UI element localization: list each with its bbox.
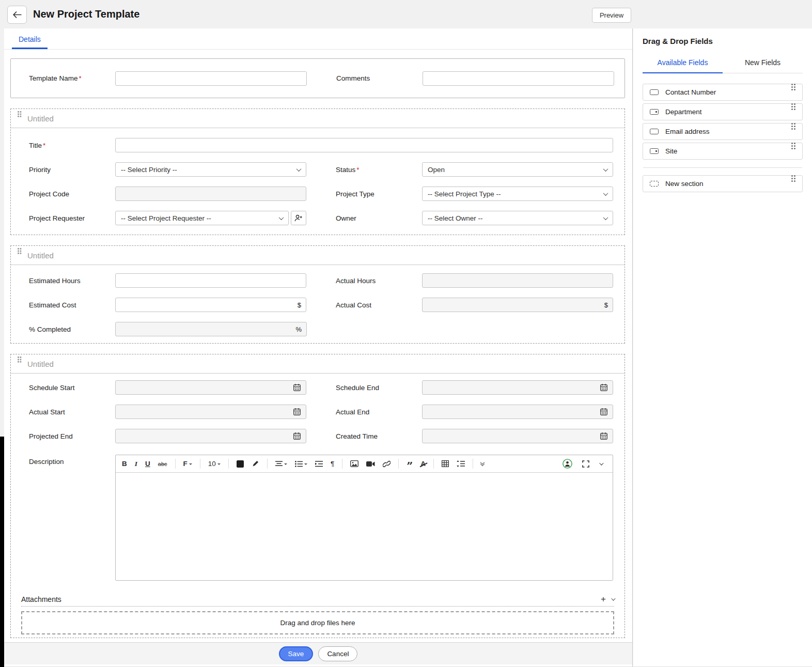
projected-end-input[interactable]: [115, 429, 306, 443]
toolbar-divider: [342, 459, 342, 469]
attachments-dropzone[interactable]: Drag and drop files here: [21, 611, 614, 634]
chevron-down-icon: [603, 191, 608, 196]
section-title: Untitled: [27, 360, 54, 368]
calendar-icon[interactable]: [600, 383, 608, 392]
status-select[interactable]: Open: [422, 162, 613, 177]
drag-handle-icon[interactable]: [791, 89, 795, 96]
preview-button[interactable]: Preview: [592, 8, 631, 23]
required-marker: *: [79, 74, 82, 82]
actual-cost-label: Actual Cost: [336, 301, 422, 309]
underline-icon[interactable]: U: [145, 460, 150, 468]
section-title: Untitled: [27, 114, 54, 123]
project-requester-select[interactable]: -- Select Project Requester --: [115, 211, 289, 225]
text-color-icon[interactable]: [237, 460, 244, 468]
toolbar-divider: [175, 459, 176, 469]
tab-details[interactable]: Details: [12, 35, 48, 49]
paragraph-icon[interactable]: ¶: [331, 460, 334, 468]
created-time-label: Created Time: [336, 432, 422, 440]
italic-icon[interactable]: I: [135, 460, 137, 468]
font-size-icon[interactable]: 10: [208, 460, 221, 468]
field-item-site[interactable]: Site: [643, 143, 803, 160]
field-item-email-address[interactable]: Email address: [643, 123, 803, 140]
field-row: Priority -- Select Priority -- Status* O…: [29, 162, 613, 177]
title-label: Title*: [29, 142, 115, 149]
calendar-icon[interactable]: [293, 408, 301, 416]
description-editor[interactable]: B I U abc F 10: [115, 455, 613, 581]
tab-bar: Details: [4, 28, 632, 50]
add-attachment-icon[interactable]: +: [601, 596, 606, 603]
field-item-contact-number[interactable]: Contact Number: [643, 84, 803, 101]
drag-handle-icon[interactable]: [791, 148, 795, 155]
calendar-icon[interactable]: [600, 432, 608, 440]
project-type-select[interactable]: -- Select Project Type --: [422, 187, 613, 201]
calendar-icon[interactable]: [293, 383, 301, 392]
drag-handle-icon[interactable]: [791, 180, 795, 188]
field-item-department[interactable]: Department: [643, 103, 803, 120]
template-name-input[interactable]: [115, 71, 307, 86]
projected-end-label: Projected End: [29, 432, 115, 440]
field-row: Project Code Project Type -- Select Proj…: [29, 187, 613, 201]
owner-select[interactable]: -- Select Owner --: [422, 211, 613, 225]
font-family-icon[interactable]: F: [183, 460, 192, 468]
back-button[interactable]: [7, 6, 27, 24]
section-title: Untitled: [27, 251, 54, 260]
highlight-pen-icon[interactable]: [252, 460, 259, 468]
bold-icon[interactable]: B: [122, 460, 127, 468]
section-drag-handle-icon[interactable]: [18, 252, 22, 258]
comments-input[interactable]: [423, 71, 614, 86]
field-row: Actual Start Actual End: [29, 405, 613, 419]
sidebar-title: Drag & Drop Fields: [643, 37, 803, 45]
field-row: Estimated Hours Actual Hours: [29, 273, 613, 288]
calendar-icon[interactable]: [293, 432, 301, 440]
save-button[interactable]: Save: [279, 646, 314, 661]
schedule-start-label: Schedule Start: [29, 384, 115, 392]
collapse-toolbar-icon[interactable]: [599, 461, 603, 465]
actual-end-input[interactable]: [422, 405, 613, 419]
indent-icon[interactable]: [315, 461, 323, 467]
toolbar-divider: [200, 459, 200, 469]
section-drag-handle-icon[interactable]: [18, 115, 22, 121]
blockquote-icon[interactable]: ”: [407, 459, 413, 469]
toolbar-divider: [267, 459, 268, 469]
align-icon[interactable]: [275, 461, 287, 467]
drag-handle-icon[interactable]: [791, 128, 795, 135]
insert-table-icon[interactable]: [442, 460, 449, 467]
clear-format-icon[interactable]: A: [420, 460, 426, 468]
more-tools-icon[interactable]: [481, 462, 484, 466]
actual-start-input[interactable]: [115, 405, 306, 419]
field-item-new-section[interactable]: New section: [643, 175, 803, 192]
editor-right-tools: [563, 459, 606, 469]
created-time-input[interactable]: [422, 429, 613, 443]
mention-user-icon[interactable]: [563, 459, 572, 469]
pick-list-field-icon: [650, 109, 659, 115]
priority-select[interactable]: -- Select Priority --: [115, 162, 306, 177]
actual-end-label: Actual End: [336, 408, 422, 416]
section-untitled-2: Untitled Estimated Hours Actual Hours Es…: [10, 245, 625, 344]
tab-new-fields[interactable]: New Fields: [723, 58, 803, 73]
drag-handle-icon[interactable]: [791, 108, 795, 116]
chevron-down-icon[interactable]: [611, 596, 615, 600]
section-drag-handle-icon[interactable]: [18, 361, 22, 367]
section-field-icon: [650, 181, 659, 187]
estimated-hours-input[interactable]: [115, 273, 306, 288]
schedule-end-input[interactable]: [422, 380, 613, 395]
insert-link-icon[interactable]: [383, 460, 391, 468]
main-panel: Details Template Name* Comments Untitled…: [4, 28, 633, 667]
fullscreen-icon[interactable]: [582, 460, 589, 468]
section-header: Untitled: [11, 354, 624, 374]
cancel-button[interactable]: Cancel: [318, 646, 357, 661]
title-input[interactable]: [115, 138, 613, 152]
add-requester-button[interactable]: [291, 211, 306, 225]
line-height-icon[interactable]: [457, 460, 465, 467]
schedule-start-input[interactable]: [115, 380, 306, 395]
description-textarea[interactable]: [116, 473, 613, 580]
strikethrough-icon[interactable]: abc: [158, 461, 167, 467]
insert-video-icon[interactable]: [366, 461, 375, 467]
field-row: % Completed %: [29, 322, 613, 336]
calendar-icon[interactable]: [600, 408, 608, 416]
list-icon[interactable]: [295, 461, 307, 467]
template-info-block: Template Name* Comments: [10, 58, 625, 98]
estimated-cost-input[interactable]: $: [115, 298, 306, 312]
insert-image-icon[interactable]: [350, 460, 358, 467]
tab-available-fields[interactable]: Available Fields: [643, 58, 723, 73]
